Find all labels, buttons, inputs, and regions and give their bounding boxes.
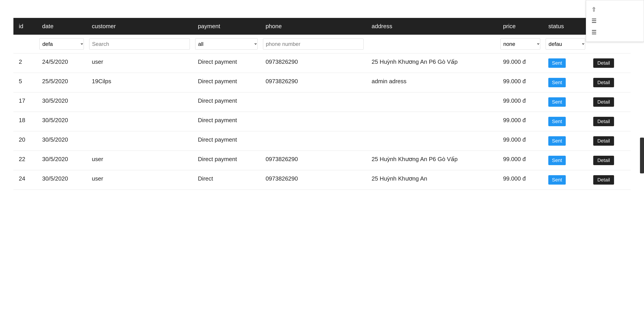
cell-phone: 0973826290 — [260, 170, 366, 190]
upload-icon: ⇧ — [592, 6, 596, 13]
cell-action[interactable]: Detail — [588, 151, 630, 170]
detail-button[interactable]: Detail — [593, 156, 614, 165]
top-menu: ⇧ ☰ ☰ — [586, 0, 644, 42]
list-icon-products: ☰ — [592, 18, 596, 24]
filter-customer-cell[interactable] — [86, 35, 192, 54]
detail-button[interactable]: Detail — [593, 117, 614, 126]
col-header-price: price — [498, 18, 543, 35]
col-header-customer: customer — [86, 18, 192, 35]
date-filter-select[interactable]: defa asc desc — [39, 38, 84, 50]
cell-date: 25/5/2020 — [37, 73, 86, 92]
cell-phone — [260, 131, 366, 151]
cell-payment: Direct payment — [192, 112, 260, 131]
customer-search-input[interactable] — [89, 39, 190, 50]
table-row: 1830/5/2020Direct payment99.000 đSentDet… — [14, 112, 630, 131]
cell-customer: user — [86, 170, 192, 190]
table-row: 1730/5/2020Direct payment99.000 đSentDet… — [14, 92, 630, 112]
cell-id: 24 — [14, 170, 37, 190]
table-header-row: id date customer payment phone address p… — [14, 18, 630, 35]
cell-phone — [260, 92, 366, 112]
cell-phone: 0973826290 — [260, 54, 366, 73]
cell-payment: Direct payment — [192, 131, 260, 151]
cell-customer — [86, 131, 192, 151]
main-content: id date customer payment phone address p… — [0, 0, 644, 199]
cell-action[interactable]: Detail — [588, 92, 630, 112]
filter-id-cell — [14, 35, 37, 54]
col-header-status: status — [543, 18, 588, 35]
table-row: 2430/5/2020userDirect097382629025 Huỳnh … — [14, 170, 630, 190]
cell-price: 99.000 đ — [498, 131, 543, 151]
cell-action[interactable]: Detail — [588, 170, 630, 190]
cell-price: 99.000 đ — [498, 170, 543, 190]
filter-row: defa asc desc all direct online — [14, 35, 630, 54]
col-header-phone: phone — [260, 18, 366, 35]
col-header-address: address — [366, 18, 498, 35]
cell-price: 99.000 đ — [498, 151, 543, 170]
menu-item-post-product[interactable]: ⇧ — [592, 4, 638, 15]
sent-badge: Sent — [548, 136, 566, 146]
cell-address: admin adress — [366, 73, 498, 92]
filter-payment-cell[interactable]: all direct online — [192, 35, 260, 54]
cell-id: 2 — [14, 54, 37, 73]
sent-badge: Sent — [548, 175, 566, 185]
cell-status: Sent — [543, 92, 588, 112]
cell-address: 25 Huỳnh Khương An P6 Gò Vấp — [366, 54, 498, 73]
cell-action[interactable]: Detail — [588, 131, 630, 151]
col-header-date: date — [37, 18, 86, 35]
cell-status: Sent — [543, 54, 588, 73]
menu-item-list-order[interactable]: ☰ — [592, 27, 638, 38]
cell-status: Sent — [543, 151, 588, 170]
cell-status: Sent — [543, 131, 588, 151]
cell-address — [366, 112, 498, 131]
status-filter-select[interactable]: defau sent pending — [546, 38, 585, 50]
cell-phone: 0973826290 — [260, 73, 366, 92]
detail-button[interactable]: Detail — [593, 136, 614, 146]
cell-id: 22 — [14, 151, 37, 170]
cell-address — [366, 131, 498, 151]
detail-button[interactable]: Detail — [593, 58, 614, 68]
filter-status-cell[interactable]: defau sent pending — [543, 35, 588, 54]
cell-action[interactable]: Detail — [588, 54, 630, 73]
cell-date: 30/5/2020 — [37, 92, 86, 112]
sent-badge: Sent — [548, 78, 566, 87]
sent-badge: Sent — [548, 58, 566, 68]
sent-badge: Sent — [548, 97, 566, 107]
scrollbar-indicator[interactable] — [640, 138, 644, 173]
detail-button[interactable]: Detail — [593, 78, 614, 87]
filter-address-cell — [366, 35, 498, 54]
cell-customer: 19Cilps — [86, 73, 192, 92]
cell-id: 18 — [14, 112, 37, 131]
filter-phone-cell[interactable] — [260, 35, 366, 54]
col-header-payment: payment — [192, 18, 260, 35]
cell-action[interactable]: Detail — [588, 112, 630, 131]
cell-payment: Direct — [192, 170, 260, 190]
cell-status: Sent — [543, 170, 588, 190]
table-row: 2230/5/2020userDirect payment09738262902… — [14, 151, 630, 170]
cell-id: 17 — [14, 92, 37, 112]
cell-date: 30/5/2020 — [37, 112, 86, 131]
cell-price: 99.000 đ — [498, 54, 543, 73]
cell-date: 30/5/2020 — [37, 131, 86, 151]
payment-filter-select[interactable]: all direct online — [195, 38, 258, 50]
menu-item-products[interactable]: ☰ — [592, 15, 638, 27]
cell-price: 99.000 đ — [498, 73, 543, 92]
sent-badge: Sent — [548, 117, 566, 126]
cell-action[interactable]: Detail — [588, 73, 630, 92]
cell-address: 25 Huỳnh Khương An — [366, 170, 498, 190]
cell-id: 5 — [14, 73, 37, 92]
cell-phone — [260, 112, 366, 131]
col-header-id: id — [14, 18, 37, 35]
cell-customer — [86, 92, 192, 112]
filter-date-cell[interactable]: defa asc desc — [37, 35, 86, 54]
cell-payment: Direct payment — [192, 151, 260, 170]
cell-date: 24/5/2020 — [37, 54, 86, 73]
detail-button[interactable]: Detail — [593, 175, 614, 185]
filter-price-cell[interactable]: none asc desc — [498, 35, 543, 54]
detail-button[interactable]: Detail — [593, 97, 614, 107]
cell-price: 99.000 đ — [498, 92, 543, 112]
table-row: 525/5/202019CilpsDirect payment097382629… — [14, 73, 630, 92]
cell-address: 25 Huỳnh Khương An P6 Gò Vấp — [366, 151, 498, 170]
cell-address — [366, 92, 498, 112]
phone-filter-input[interactable] — [263, 39, 364, 50]
price-filter-select[interactable]: none asc desc — [500, 38, 540, 50]
